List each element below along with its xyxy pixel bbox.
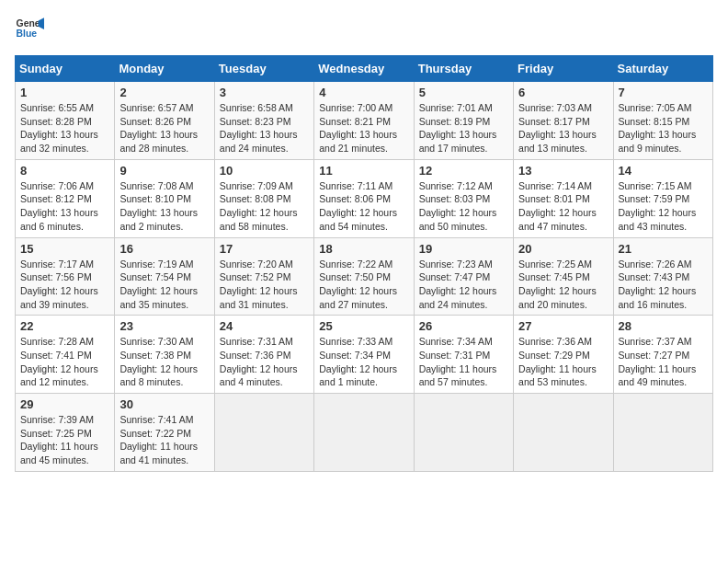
calendar-day-cell: 16Sunrise: 7:19 AMSunset: 7:54 PMDayligh… <box>115 237 214 316</box>
day-number: 26 <box>419 319 508 333</box>
day-info: Sunrise: 7:25 AMSunset: 7:45 PMDaylight:… <box>518 258 608 312</box>
calendar-day-cell: 22Sunrise: 7:28 AMSunset: 7:41 PMDayligh… <box>16 316 115 394</box>
day-number: 21 <box>619 242 708 256</box>
day-info: Sunrise: 7:22 AMSunset: 7:50 PMDaylight:… <box>319 258 408 312</box>
day-number: 27 <box>518 319 608 333</box>
day-number: 9 <box>119 164 209 178</box>
calendar-day-cell: 11Sunrise: 7:11 AMSunset: 8:06 PMDayligh… <box>314 159 414 237</box>
day-info: Sunrise: 7:14 AMSunset: 8:01 PMDaylight:… <box>518 179 608 234</box>
day-number: 28 <box>619 319 708 333</box>
day-number: 19 <box>419 242 508 256</box>
day-number: 8 <box>20 164 109 178</box>
day-number: 29 <box>20 397 109 411</box>
day-number: 2 <box>119 86 209 99</box>
calendar-day-cell: 30Sunrise: 7:41 AMSunset: 7:22 PMDayligh… <box>115 394 214 472</box>
day-number: 14 <box>619 164 708 178</box>
calendar-day-cell: 20Sunrise: 7:25 AMSunset: 7:45 PMDayligh… <box>514 237 613 316</box>
calendar-day-cell: 13Sunrise: 7:14 AMSunset: 8:01 PMDayligh… <box>514 159 613 237</box>
day-number: 17 <box>220 242 309 256</box>
day-number: 10 <box>220 164 309 178</box>
day-of-week-header: Friday <box>514 56 613 82</box>
calendar-day-cell: 1Sunrise: 6:55 AMSunset: 8:28 PMDaylight… <box>16 82 115 160</box>
day-info: Sunrise: 7:05 AMSunset: 8:15 PMDaylight:… <box>619 101 708 155</box>
day-of-week-header: Saturday <box>613 56 712 82</box>
calendar-body: 1Sunrise: 6:55 AMSunset: 8:28 PMDaylight… <box>16 82 713 472</box>
day-number: 6 <box>518 86 608 99</box>
calendar-day-cell: 6Sunrise: 7:03 AMSunset: 8:17 PMDaylight… <box>514 82 613 160</box>
day-number: 12 <box>419 164 508 178</box>
calendar-week-row: 29Sunrise: 7:39 AMSunset: 7:25 PMDayligh… <box>16 394 713 472</box>
day-info: Sunrise: 6:55 AMSunset: 8:28 PMDaylight:… <box>20 101 109 155</box>
day-number: 20 <box>518 242 608 256</box>
calendar-day-cell: 7Sunrise: 7:05 AMSunset: 8:15 PMDaylight… <box>613 82 712 160</box>
calendar-day-cell: 21Sunrise: 7:26 AMSunset: 7:43 PMDayligh… <box>613 237 712 316</box>
day-info: Sunrise: 7:08 AMSunset: 8:10 PMDaylight:… <box>119 179 209 234</box>
calendar-day-cell: 18Sunrise: 7:22 AMSunset: 7:50 PMDayligh… <box>314 237 414 316</box>
calendar-day-cell: 8Sunrise: 7:06 AMSunset: 8:12 PMDaylight… <box>16 159 115 237</box>
calendar-week-row: 8Sunrise: 7:06 AMSunset: 8:12 PMDaylight… <box>16 159 713 237</box>
day-of-week-header: Wednesday <box>314 56 414 82</box>
day-info: Sunrise: 7:31 AMSunset: 7:36 PMDaylight:… <box>220 335 309 389</box>
day-info: Sunrise: 7:19 AMSunset: 7:54 PMDaylight:… <box>119 258 209 312</box>
day-info: Sunrise: 7:30 AMSunset: 7:38 PMDaylight:… <box>119 335 209 389</box>
day-number: 3 <box>220 86 309 99</box>
day-info: Sunrise: 6:57 AMSunset: 8:26 PMDaylight:… <box>119 101 209 155</box>
calendar-day-cell: 24Sunrise: 7:31 AMSunset: 7:36 PMDayligh… <box>214 316 313 394</box>
day-info: Sunrise: 7:26 AMSunset: 7:43 PMDaylight:… <box>619 258 708 312</box>
calendar-day-cell: 2Sunrise: 6:57 AMSunset: 8:26 PMDaylight… <box>115 82 214 160</box>
calendar-day-cell: 25Sunrise: 7:33 AMSunset: 7:34 PMDayligh… <box>314 316 414 394</box>
day-info: Sunrise: 7:28 AMSunset: 7:41 PMDaylight:… <box>20 335 109 389</box>
day-info: Sunrise: 7:01 AMSunset: 8:19 PMDaylight:… <box>419 101 508 155</box>
day-info: Sunrise: 7:39 AMSunset: 7:25 PMDaylight:… <box>20 413 109 467</box>
calendar-day-cell: 5Sunrise: 7:01 AMSunset: 8:19 PMDaylight… <box>414 82 513 160</box>
svg-text:Blue: Blue <box>17 29 38 39</box>
day-info: Sunrise: 7:33 AMSunset: 7:34 PMDaylight:… <box>319 335 408 389</box>
calendar-day-cell <box>214 394 313 472</box>
calendar-day-cell <box>613 394 712 472</box>
day-info: Sunrise: 7:36 AMSunset: 7:29 PMDaylight:… <box>518 335 608 389</box>
calendar-day-cell: 27Sunrise: 7:36 AMSunset: 7:29 PMDayligh… <box>514 316 613 394</box>
calendar-day-cell: 17Sunrise: 7:20 AMSunset: 7:52 PMDayligh… <box>214 237 313 316</box>
day-info: Sunrise: 7:03 AMSunset: 8:17 PMDaylight:… <box>518 101 608 155</box>
calendar-day-cell: 28Sunrise: 7:37 AMSunset: 7:27 PMDayligh… <box>613 316 712 394</box>
day-number: 15 <box>20 242 109 256</box>
day-info: Sunrise: 7:09 AMSunset: 8:08 PMDaylight:… <box>220 179 309 234</box>
logo: General Blue <box>15 15 44 44</box>
day-info: Sunrise: 7:11 AMSunset: 8:06 PMDaylight:… <box>319 179 408 234</box>
day-number: 13 <box>518 164 608 178</box>
day-number: 7 <box>619 86 708 99</box>
day-number: 16 <box>119 242 209 256</box>
day-number: 5 <box>419 86 508 99</box>
logo-icon: General Blue <box>15 15 44 44</box>
calendar-week-row: 1Sunrise: 6:55 AMSunset: 8:28 PMDaylight… <box>16 82 713 160</box>
day-info: Sunrise: 7:34 AMSunset: 7:31 PMDaylight:… <box>419 335 508 389</box>
day-number: 11 <box>319 164 408 178</box>
calendar-header: SundayMondayTuesdayWednesdayThursdayFrid… <box>16 56 713 82</box>
calendar-week-row: 22Sunrise: 7:28 AMSunset: 7:41 PMDayligh… <box>16 316 713 394</box>
calendar-day-cell <box>414 394 513 472</box>
day-number: 25 <box>319 319 408 333</box>
calendar-day-cell: 10Sunrise: 7:09 AMSunset: 8:08 PMDayligh… <box>214 159 313 237</box>
calendar-day-cell: 15Sunrise: 7:17 AMSunset: 7:56 PMDayligh… <box>16 237 115 316</box>
day-number: 23 <box>119 319 209 333</box>
day-info: Sunrise: 7:37 AMSunset: 7:27 PMDaylight:… <box>619 335 708 389</box>
calendar-week-row: 15Sunrise: 7:17 AMSunset: 7:56 PMDayligh… <box>16 237 713 316</box>
calendar-day-cell: 23Sunrise: 7:30 AMSunset: 7:38 PMDayligh… <box>115 316 214 394</box>
day-number: 30 <box>119 397 209 411</box>
day-info: Sunrise: 7:06 AMSunset: 8:12 PMDaylight:… <box>20 179 109 234</box>
page-header: General Blue <box>15 15 713 44</box>
day-of-week-header: Thursday <box>414 56 513 82</box>
day-number: 18 <box>319 242 408 256</box>
day-number: 1 <box>20 86 109 99</box>
day-of-week-header: Monday <box>115 56 214 82</box>
calendar-day-cell: 29Sunrise: 7:39 AMSunset: 7:25 PMDayligh… <box>16 394 115 472</box>
day-info: Sunrise: 7:20 AMSunset: 7:52 PMDaylight:… <box>220 258 309 312</box>
calendar-day-cell <box>514 394 613 472</box>
day-number: 24 <box>220 319 309 333</box>
day-info: Sunrise: 7:23 AMSunset: 7:47 PMDaylight:… <box>419 258 508 312</box>
calendar-day-cell <box>314 394 414 472</box>
day-info: Sunrise: 6:58 AMSunset: 8:23 PMDaylight:… <box>220 101 309 155</box>
day-info: Sunrise: 7:17 AMSunset: 7:56 PMDaylight:… <box>20 258 109 312</box>
calendar-day-cell: 9Sunrise: 7:08 AMSunset: 8:10 PMDaylight… <box>115 159 214 237</box>
header-row: SundayMondayTuesdayWednesdayThursdayFrid… <box>16 56 713 82</box>
